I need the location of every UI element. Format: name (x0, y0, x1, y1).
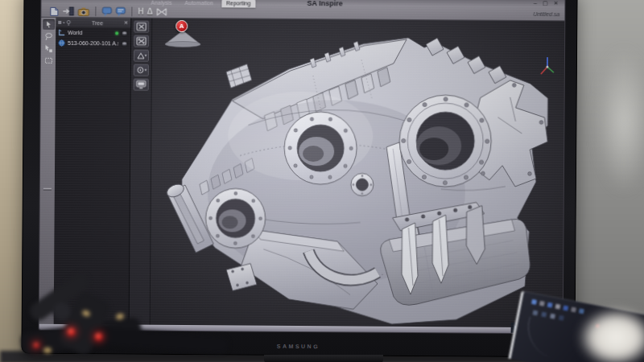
rect-select-icon[interactable] (42, 56, 54, 66)
tree-options-icon[interactable] (58, 19, 64, 25)
tree-item-step-file[interactable]: 513-060-200-101 A.stp (56, 38, 130, 49)
tree-panel: Tree ✕ World 513-060-200-101 A.stp (54, 18, 132, 325)
close-button[interactable]: ✕ (554, 0, 559, 6)
3d-viewport[interactable]: A (151, 19, 565, 328)
view-toolbar (130, 19, 153, 325)
tab-reporting[interactable]: Reporting (221, 0, 255, 8)
circle-dropdown-icon[interactable] (134, 64, 149, 76)
probe-led (34, 343, 39, 348)
minimize-button[interactable]: – (534, 0, 537, 6)
select-cursor-icon[interactable] (43, 19, 55, 30)
quick-toolbar: H Δ (49, 6, 168, 18)
probe-led (95, 333, 102, 340)
document-name: Untitled.sa (533, 11, 559, 17)
physical-part-blur (578, 307, 644, 362)
import-icon[interactable] (62, 6, 74, 16)
relationship-tool-icon[interactable] (156, 7, 168, 17)
probe-led (68, 328, 75, 335)
globe-icon (58, 39, 65, 47)
h-tool-icon[interactable]: H (138, 7, 143, 17)
new-document-icon[interactable] (49, 6, 59, 16)
maximize-button[interactable]: ▢ (543, 0, 548, 6)
toolbar-grip[interactable] (43, 188, 52, 191)
tree-panel-header: Tree ✕ (56, 18, 130, 28)
toolbar-separator (131, 7, 132, 17)
visibility-eye-icon[interactable] (121, 40, 128, 47)
room-light-glow (596, 48, 644, 193)
instrument-badge: A (175, 20, 188, 32)
monitor-stand (264, 355, 383, 362)
toolbar-separator (95, 6, 96, 16)
frame-icon (58, 29, 65, 36)
delta-tool-icon[interactable]: Δ (147, 7, 153, 17)
app-title: SA Inspire (307, 0, 342, 7)
drag-select-icon[interactable] (43, 43, 55, 54)
instrument-marker[interactable]: A (163, 20, 204, 47)
pin-icon[interactable] (66, 19, 71, 25)
tree-item-world[interactable]: World (56, 27, 130, 39)
status-dot (115, 31, 118, 35)
tab-automation[interactable]: Automation (180, 0, 217, 7)
comment-icon[interactable] (101, 6, 112, 17)
tracker-probe (21, 283, 262, 362)
fit-view-icon[interactable] (134, 35, 149, 47)
delete-x-icon[interactable] (134, 21, 149, 33)
engine-block-cad-wireframe (151, 19, 565, 328)
probe-reflector (43, 348, 52, 353)
tree-panel-title: Tree (72, 20, 122, 26)
tree-close-icon[interactable]: ✕ (124, 19, 129, 26)
triangle-dropdown-icon[interactable] (134, 50, 149, 62)
camera-icon[interactable] (77, 6, 89, 16)
visibility-eye-icon[interactable] (121, 30, 128, 36)
display-icon[interactable] (134, 79, 149, 91)
notes-icon[interactable] (115, 6, 126, 17)
lasso-select-icon[interactable] (43, 31, 55, 42)
photo-of-monitor: Analysis Automation Reporting SA Inspire… (0, 0, 644, 362)
axis-triad-icon (537, 55, 558, 79)
